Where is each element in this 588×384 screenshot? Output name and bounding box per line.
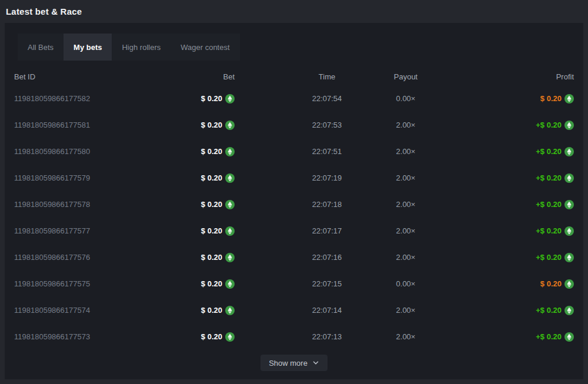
profit-amount: $ 0.20 <box>540 279 562 288</box>
bet-time: 22:07:54 <box>288 94 366 103</box>
green-coin-icon <box>225 253 235 262</box>
bet-amount: $ 0.20 <box>201 200 222 209</box>
bet-amount: $ 0.20 <box>201 226 222 235</box>
profit-value: +$ 0.20 <box>445 332 574 342</box>
green-coin-icon <box>564 306 574 315</box>
bet-time: 22:07:14 <box>288 306 366 315</box>
bet-amount-cell: $ 0.20 <box>135 279 235 289</box>
tab-high-rollers[interactable]: High rollers <box>112 34 171 61</box>
table-row[interactable]: 119818059866177582 $ 0.20 22:07:54 0.00×… <box>5 85 583 112</box>
bet-id: 119818059866177575 <box>14 279 135 288</box>
bet-amount-cell: $ 0.20 <box>135 253 235 262</box>
bet-payout: 2.00× <box>366 226 445 235</box>
show-more-label: Show more <box>269 359 308 368</box>
bet-amount-cell: $ 0.20 <box>135 200 235 209</box>
green-coin-icon <box>564 147 574 156</box>
tab-all-bets[interactable]: All Bets <box>18 34 64 61</box>
bet-amount: $ 0.20 <box>201 147 222 156</box>
green-coin-icon <box>564 200 574 209</box>
bet-amount-cell: $ 0.20 <box>135 121 235 130</box>
column-header-payout: Payout <box>366 72 445 81</box>
green-coin-icon <box>564 121 574 130</box>
profit-value: +$ 0.20 <box>445 173 574 183</box>
bet-amount-cell: $ 0.20 <box>135 226 235 236</box>
bet-payout: 2.00× <box>366 200 445 209</box>
profit-value: $ 0.20 <box>445 94 574 103</box>
bet-payout: 2.00× <box>366 147 445 156</box>
bet-time: 22:07:19 <box>288 173 366 182</box>
green-coin-icon <box>564 332 574 342</box>
bet-time: 22:07:15 <box>288 279 366 288</box>
green-coin-icon <box>225 306 235 315</box>
bet-amount: $ 0.20 <box>201 173 222 182</box>
bet-amount-cell: $ 0.20 <box>135 306 235 315</box>
profit-value: $ 0.20 <box>445 279 574 289</box>
top-bar: Latest bet & Race <box>0 0 588 23</box>
table-row[interactable]: 119818059866177574 $ 0.20 22:07:14 2.00×… <box>5 297 583 323</box>
bet-amount: $ 0.20 <box>201 94 222 103</box>
table-row[interactable]: 119818059866177575 $ 0.20 22:07:15 0.00×… <box>5 271 583 297</box>
tab-wager-contest[interactable]: Wager contest <box>171 34 239 61</box>
tab-my-bets[interactable]: My bets <box>64 34 112 61</box>
bet-amount: $ 0.20 <box>201 121 222 129</box>
green-coin-icon <box>225 147 235 156</box>
bet-payout: 2.00× <box>366 173 445 182</box>
bet-payout: 2.00× <box>366 332 445 341</box>
table-row[interactable]: 119818059866177573 $ 0.20 22:07:13 2.00×… <box>5 323 583 350</box>
bets-tab-bar: All Bets My bets High rollers Wager cont… <box>18 34 240 61</box>
green-coin-icon <box>564 226 574 236</box>
bet-id: 119818059866177580 <box>14 147 135 156</box>
show-more-button[interactable]: Show more <box>260 355 328 371</box>
bet-amount-cell: $ 0.20 <box>135 332 235 342</box>
bet-time: 22:07:51 <box>288 147 366 156</box>
profit-value: +$ 0.20 <box>445 200 574 209</box>
bet-time: 22:07:16 <box>288 253 366 262</box>
bet-amount: $ 0.20 <box>201 332 222 341</box>
table-row[interactable]: 119818059866177579 $ 0.20 22:07:19 2.00×… <box>5 165 583 191</box>
profit-amount: +$ 0.20 <box>536 173 562 182</box>
bet-time: 22:07:18 <box>288 200 366 209</box>
table-row[interactable]: 119818059866177577 $ 0.20 22:07:17 2.00×… <box>5 218 583 244</box>
bet-id: 119818059866177582 <box>14 94 135 103</box>
table-row[interactable]: 119818059866177576 $ 0.20 22:07:16 2.00×… <box>5 244 583 271</box>
column-header-time: Time <box>288 72 366 81</box>
bet-time: 22:07:13 <box>288 332 366 341</box>
bet-time: 22:07:17 <box>288 226 366 235</box>
bet-amount-cell: $ 0.20 <box>135 147 235 156</box>
show-more-container: Show more <box>5 355 583 371</box>
profit-amount: $ 0.20 <box>540 94 562 103</box>
bet-amount: $ 0.20 <box>201 279 222 288</box>
table-row[interactable]: 119818059866177581 $ 0.20 22:07:53 2.00×… <box>5 112 583 138</box>
green-coin-icon <box>225 200 235 209</box>
latest-bets-panel: All Bets My bets High rollers Wager cont… <box>5 23 583 379</box>
profit-amount: +$ 0.20 <box>536 306 562 315</box>
table-body: 119818059866177582 $ 0.20 22:07:54 0.00×… <box>5 85 583 350</box>
green-coin-icon <box>564 253 574 262</box>
profit-amount: +$ 0.20 <box>536 147 562 156</box>
green-coin-icon <box>225 279 235 289</box>
bet-id: 119818059866177581 <box>14 121 135 129</box>
bet-amount: $ 0.20 <box>201 253 222 262</box>
column-header-bet: Bet <box>135 72 235 81</box>
profit-value: +$ 0.20 <box>445 306 574 315</box>
bet-id: 119818059866177577 <box>14 226 135 235</box>
profit-value: +$ 0.20 <box>445 253 574 262</box>
table-header-row: Bet ID Bet Time Payout Profit <box>5 68 583 85</box>
bet-amount: $ 0.20 <box>201 306 222 315</box>
bet-payout: 2.00× <box>366 253 445 262</box>
table-row[interactable]: 119818059866177580 $ 0.20 22:07:51 2.00×… <box>5 138 583 165</box>
chevron-down-icon <box>312 359 319 366</box>
bets-table: Bet ID Bet Time Payout Profit 1198180598… <box>5 68 583 350</box>
green-coin-icon <box>564 173 574 183</box>
profit-value: +$ 0.20 <box>445 121 574 130</box>
bet-amount-cell: $ 0.20 <box>135 94 235 103</box>
bet-time: 22:07:53 <box>288 121 366 129</box>
table-row[interactable]: 119818059866177578 $ 0.20 22:07:18 2.00×… <box>5 191 583 218</box>
bet-payout: 0.00× <box>366 94 445 103</box>
bet-amount-cell: $ 0.20 <box>135 173 235 183</box>
bet-id: 119818059866177576 <box>14 253 135 262</box>
bet-id: 119818059866177573 <box>14 332 135 341</box>
profit-value: +$ 0.20 <box>445 226 574 236</box>
green-coin-icon <box>564 279 574 289</box>
profit-amount: +$ 0.20 <box>536 226 562 235</box>
